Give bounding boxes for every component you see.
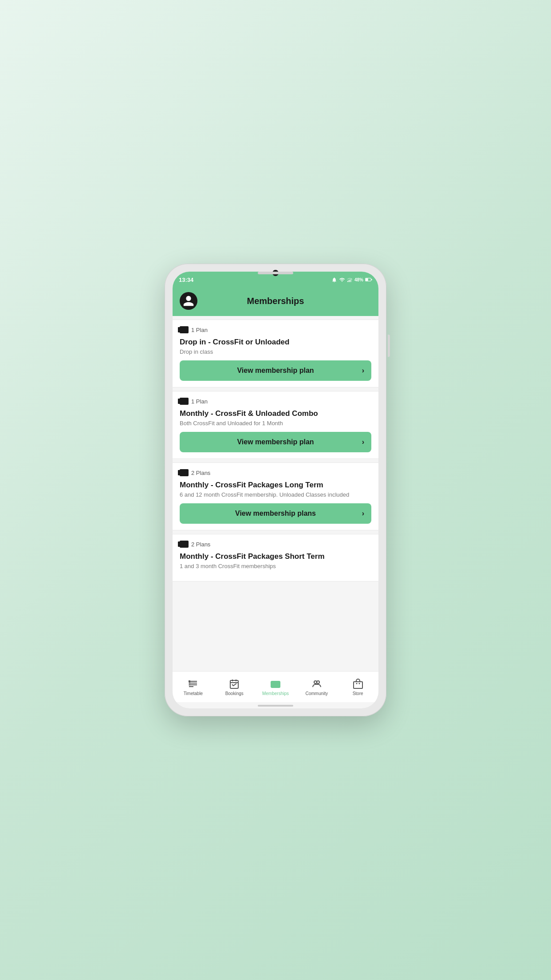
plan-count-3: 2 Plans <box>191 470 210 476</box>
community-label: Community <box>306 691 328 696</box>
wifi-icon <box>339 277 345 283</box>
store-icon <box>352 678 364 690</box>
view-plan-label-2: View membership plan <box>237 438 314 446</box>
plan-badge-4: 2 Plans <box>180 541 371 548</box>
avatar[interactable] <box>180 292 197 310</box>
svg-rect-2 <box>350 279 350 282</box>
power-button <box>388 335 390 357</box>
plan-icon-2 <box>180 398 189 405</box>
memberships-icon <box>270 678 281 690</box>
plan-count-2: 1 Plan <box>191 398 208 405</box>
membership-name-3: Monthly - CrossFit Packages Long Term <box>180 481 371 490</box>
nav-timetable[interactable]: Timetable <box>173 675 214 699</box>
plan-icon-3 <box>180 469 189 476</box>
phone-screen: 13:34 48% <box>173 272 378 708</box>
phone-frame: 13:34 48% <box>165 264 386 716</box>
membership-card-2: 1 Plan Monthly - CrossFit & Unloaded Com… <box>173 391 378 459</box>
page-title: Memberships <box>197 296 354 306</box>
membership-name-2: Monthly - CrossFit & Unloaded Combo <box>180 409 371 418</box>
svg-rect-6 <box>366 278 368 281</box>
plan-count-4: 2 Plans <box>191 541 210 548</box>
notification-icon <box>331 277 337 283</box>
membership-name-4: Monthly - CrossFit Packages Short Term <box>180 552 371 561</box>
svg-rect-5 <box>371 279 372 281</box>
timetable-icon <box>187 678 199 690</box>
app-header: Memberships <box>173 288 378 316</box>
plan-count-1: 1 Plan <box>191 327 208 333</box>
membership-desc-2: Both CrossFit and Unloaded for 1 Month <box>180 420 371 427</box>
view-plan-label-1: View membership plan <box>237 367 314 375</box>
memberships-nav-label: Memberships <box>262 691 289 696</box>
status-icons: 48% <box>331 277 372 283</box>
plan-badge-1: 1 Plan <box>180 326 371 333</box>
svg-rect-0 <box>347 281 348 282</box>
membership-name-1: Drop in - CrossFit or Unloaded <box>180 338 371 347</box>
membership-desc-1: Drop in class <box>180 348 371 355</box>
svg-rect-11 <box>189 680 190 682</box>
plan-badge-3: 2 Plans <box>180 469 371 476</box>
timetable-label: Timetable <box>184 691 203 696</box>
avatar-icon <box>182 295 195 307</box>
svg-rect-12 <box>189 682 190 684</box>
chevron-icon-3: › <box>362 510 364 518</box>
home-indicator <box>258 705 293 707</box>
svg-point-22 <box>317 681 319 684</box>
store-label: Store <box>353 691 363 696</box>
speaker <box>258 272 293 274</box>
svg-rect-18 <box>271 681 280 688</box>
svg-rect-23 <box>354 682 362 688</box>
bottom-nav: Timetable Bookings <box>173 671 378 702</box>
membership-card-4: 2 Plans Monthly - CrossFit Packages Shor… <box>173 534 378 581</box>
membership-desc-4: 1 and 3 month CrossFit memberships <box>180 563 371 569</box>
view-plan-button-1[interactable]: View membership plan › <box>180 360 371 381</box>
bookings-icon <box>228 678 240 690</box>
battery-indicator: 48% <box>354 277 363 282</box>
view-plans-button-3[interactable]: View membership plans › <box>180 503 371 524</box>
svg-rect-1 <box>349 280 350 282</box>
svg-rect-13 <box>189 684 190 686</box>
svg-rect-14 <box>230 680 238 688</box>
chevron-icon-1: › <box>362 367 364 375</box>
plan-icon-1 <box>180 326 189 333</box>
membership-desc-3: 6 and 12 month CrossFit membership. Unlo… <box>180 491 371 498</box>
nav-memberships[interactable]: Memberships <box>255 675 296 699</box>
svg-rect-3 <box>351 278 352 282</box>
view-plan-button-2[interactable]: View membership plan › <box>180 432 371 452</box>
plan-icon-4 <box>180 541 189 548</box>
status-time: 13:34 <box>179 277 193 283</box>
svg-rect-20 <box>272 685 275 686</box>
membership-card-1: 1 Plan Drop in - CrossFit or Unloaded Dr… <box>173 320 378 387</box>
plan-badge-2: 1 Plan <box>180 398 371 405</box>
battery-icon <box>365 277 372 282</box>
community-icon <box>311 678 323 690</box>
nav-bookings[interactable]: Bookings <box>214 675 255 699</box>
nav-store[interactable]: Store <box>337 675 378 699</box>
membership-card-3: 2 Plans Monthly - CrossFit Packages Long… <box>173 462 378 530</box>
view-plans-label-3: View membership plans <box>235 510 316 518</box>
nav-community[interactable]: Community <box>296 675 337 699</box>
bookings-label: Bookings <box>225 691 244 696</box>
signal-icon <box>347 277 353 283</box>
memberships-list: 1 Plan Drop in - CrossFit or Unloaded Dr… <box>173 316 378 671</box>
chevron-icon-2: › <box>362 438 364 446</box>
